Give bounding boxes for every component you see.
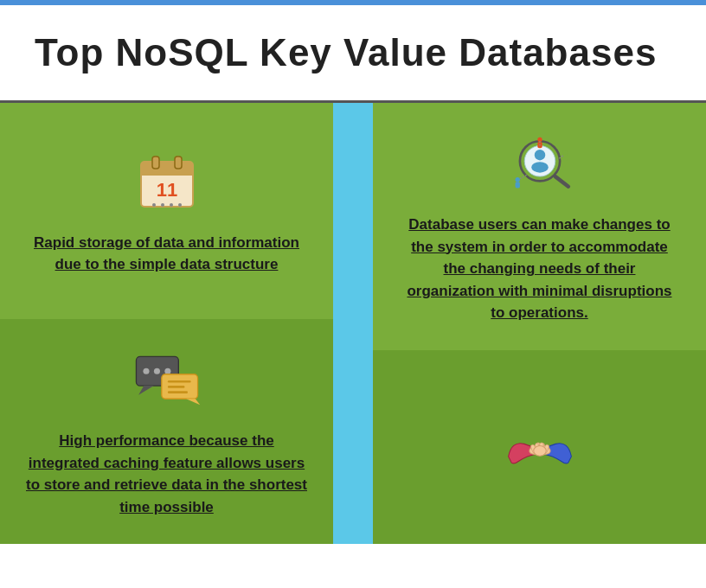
svg-rect-30 (562, 154, 567, 160)
center-divider (333, 103, 373, 544)
svg-rect-3 (152, 157, 159, 169)
main-content: 11 Rapid storage of data and information… (0, 103, 706, 544)
card-database-users: Database users can make changes to the s… (373, 103, 706, 350)
card-handshake (373, 350, 706, 545)
svg-rect-16 (167, 380, 190, 383)
svg-line-24 (555, 176, 568, 187)
svg-point-22 (534, 150, 544, 160)
user-search-icon (505, 129, 574, 198)
svg-point-6 (152, 203, 156, 207)
card-database-users-text: Database users can make changes to the s… (399, 214, 680, 324)
svg-point-27 (515, 177, 519, 182)
svg-rect-17 (167, 386, 184, 388)
svg-line-32 (519, 175, 526, 178)
page-title: Top NoSQL Key Value Databases (35, 31, 671, 74)
card-rapid-storage: 11 Rapid storage of data and information… (0, 103, 333, 319)
svg-marker-14 (138, 386, 154, 395)
svg-marker-19 (186, 399, 200, 405)
svg-point-7 (161, 203, 164, 207)
card-high-performance: High performance because the integrated … (0, 319, 333, 544)
right-column: Database users can make changes to the s… (373, 103, 706, 544)
calendar-icon: 11 (132, 147, 202, 216)
header: Top NoSQL Key Value Databases (0, 5, 706, 103)
svg-rect-18 (167, 391, 187, 393)
handshake-icon (505, 412, 574, 482)
svg-rect-4 (175, 157, 182, 169)
svg-point-29 (562, 150, 567, 154)
svg-point-42 (533, 445, 546, 456)
left-column: 11 Rapid storage of data and information… (0, 103, 333, 544)
card-high-performance-text: High performance because the integrated … (26, 430, 307, 518)
card-rapid-storage-text: Rapid storage of data and information du… (26, 232, 307, 276)
svg-point-11 (143, 368, 149, 374)
svg-point-8 (170, 203, 173, 207)
svg-rect-2 (141, 169, 193, 176)
svg-point-9 (178, 203, 182, 207)
svg-rect-28 (515, 182, 519, 188)
svg-point-13 (164, 368, 170, 374)
svg-point-23 (531, 162, 549, 172)
svg-point-12 (153, 368, 159, 374)
chat-icon (132, 345, 202, 414)
svg-text:11: 11 (156, 179, 176, 201)
